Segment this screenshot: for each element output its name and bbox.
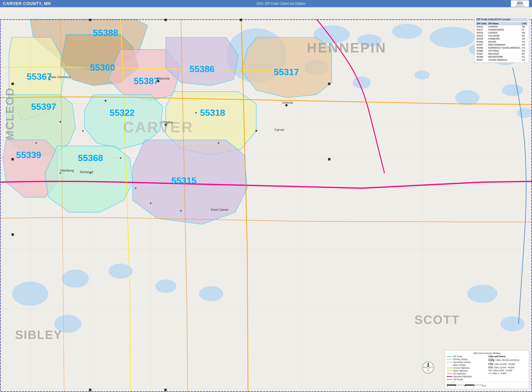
header-edition: 2021 ZIP Code ColorCast Edition [256, 2, 305, 6]
svg-rect-61 [89, 389, 91, 391]
svg-text:W: W [423, 367, 425, 369]
svg-text:E: E [432, 367, 433, 369]
svg-rect-102 [456, 384, 465, 386]
zip-code-cell: 55386 [476, 49, 487, 52]
zip-name-cell: HAMBURG [487, 37, 521, 40]
us-highways-line [447, 373, 452, 374]
map-svg: 55388 55367 55360 55397 55387 55386 5531… [0, 7, 532, 392]
svg-text:55339: 55339 [16, 150, 41, 160]
zip-table-row: 55386VICTORIAG3 [476, 49, 528, 52]
zip-code-cell: 55388 [476, 55, 487, 58]
scale-bar-svg: 0 5 10 15 20 Miles [447, 383, 486, 387]
zip-code-cell: 55315 [476, 25, 487, 28]
svg-text:Hamburg: Hamburg [60, 168, 74, 172]
zip-name-cell: CHANHASSEN [487, 28, 521, 31]
svg-rect-62 [11, 83, 14, 85]
legend-toll-roads: Toll Roads [447, 378, 485, 381]
svg-rect-57 [164, 19, 167, 21]
svg-point-49 [218, 142, 219, 144]
interstate-label: Interstate Highways [453, 375, 472, 378]
svg-text:Victoria: Victoria [282, 101, 293, 104]
zip-table-row: 55387WACONIAE5 [476, 52, 528, 55]
zip-name-cell: WATERTOWN [487, 55, 521, 58]
svg-text:HENNEPIN: HENNEPIN [307, 40, 387, 55]
legend-city-5k: City Cities 5,000 - 24,999 [488, 369, 527, 372]
svg-point-24 [500, 316, 525, 331]
zip-table-row: 55318CHASKAH4 [476, 31, 528, 34]
zip-loc-cell: G6 [521, 25, 528, 28]
zip-name-cell: MAYER [487, 40, 521, 43]
zip-code-cell: 55318 [476, 31, 487, 34]
svg-text:MAPS: MAPS [517, 2, 523, 5]
svg-point-45 [60, 121, 61, 123]
svg-point-53 [60, 172, 61, 174]
svg-point-14 [353, 77, 371, 89]
svg-text:5: 5 [455, 385, 456, 387]
zip-col-header: ZIP Code [476, 22, 487, 25]
zip-loc-cell: D1 [521, 55, 528, 58]
svg-text:Chaska: Chaska [161, 120, 173, 124]
zip-index-table: ZIP Code ZIP Name LOC 55315CARVERG655317… [476, 22, 528, 61]
zip-table-row: 55388WATERTOWND1 [476, 55, 528, 58]
city-5k-label: Cities 5,000 - 24,999 [493, 369, 512, 372]
legend-minor-streets: Minor Streets [447, 364, 485, 366]
svg-point-52 [135, 187, 136, 189]
interstate-line [447, 376, 452, 377]
svg-point-20 [62, 270, 89, 288]
us-highways-label: US Highways [453, 372, 466, 375]
zip-name-cell: NEW GERMANY [487, 43, 521, 46]
zip-table-row: 55315CARVERG6 [476, 25, 528, 28]
zip-code-cell: 55367 [476, 43, 487, 46]
svg-text:N: N [427, 363, 429, 365]
svg-text:15: 15 [473, 385, 475, 387]
city-25k-label: Cities 25,000 - 49,999 [494, 366, 514, 369]
legend-zip-code: ZIP Code [447, 355, 485, 358]
svg-text:0: 0 [447, 385, 448, 387]
county-highways-label: County Highways [453, 367, 470, 369]
svg-point-56 [180, 210, 182, 211]
svg-point-7 [392, 24, 422, 39]
legend-city-25k: City Cities 25,000 - 49,999 [488, 366, 527, 369]
state-highways-label: State Highways [453, 369, 468, 372]
secondary-streets-label: Secondary Streets [453, 361, 471, 363]
svg-point-18 [517, 107, 532, 118]
legend-cities: Cities and Towns City Cities 100,000 and… [488, 355, 527, 381]
svg-rect-60 [164, 389, 167, 391]
city-100k-label: Cities 100,000 and Above [495, 359, 520, 361]
primary-streets-label: Primary Streets [453, 358, 468, 360]
zip-table-row: 55367NEW GERMANYC5 [476, 43, 528, 46]
svg-point-16 [455, 90, 479, 105]
svg-text:55318: 55318 [200, 108, 225, 118]
svg-point-54 [35, 142, 37, 144]
zip-loc-cell: C5 [521, 43, 528, 46]
zip-loc-cell: I3 [521, 28, 528, 31]
svg-rect-64 [11, 233, 14, 236]
zip-code-cell: 55397 [476, 58, 487, 61]
zip-name-cell: NORWOOD YOUNG AMERICA [487, 46, 521, 49]
svg-text:55315: 55315 [171, 176, 196, 186]
svg-text:S: S [428, 370, 429, 372]
city-50k-label: Cities 50,000 - 99,999 [494, 363, 515, 365]
toll-roads-label: Toll Roads [453, 378, 463, 381]
secondary-streets-line [447, 362, 452, 362]
svg-text:CARVER: CARVER [123, 119, 194, 135]
zip-table-row: 55368NORWOOD YOUNG AMERICAC5 [476, 46, 528, 49]
primary-streets-line [447, 359, 452, 359]
svg-rect-104 [474, 384, 483, 386]
zip-name-cell: COLOGNE [487, 34, 521, 37]
svg-text:Norwood: Norwood [80, 170, 93, 174]
svg-text:East Carver: East Carver [211, 208, 229, 211]
svg-point-48 [195, 112, 197, 113]
zip-loc-cell: C6 [521, 37, 528, 40]
svg-point-55 [150, 202, 151, 204]
svg-text:Waconia: Waconia [157, 77, 170, 80]
minor-streets-line [447, 365, 452, 365]
svg-text:20 Miles: 20 Miles [482, 385, 486, 387]
zip-code-cell: 55368 [476, 46, 487, 49]
zip-code-line [447, 356, 452, 357]
zip-index-title: ZIP Code Index/Grid Locator [476, 18, 528, 21]
svg-point-26 [199, 286, 223, 301]
city-25k-sample: City [488, 366, 493, 369]
cities-header: Cities and Towns [488, 355, 527, 358]
zip-loc-cell: E5 [521, 34, 528, 37]
